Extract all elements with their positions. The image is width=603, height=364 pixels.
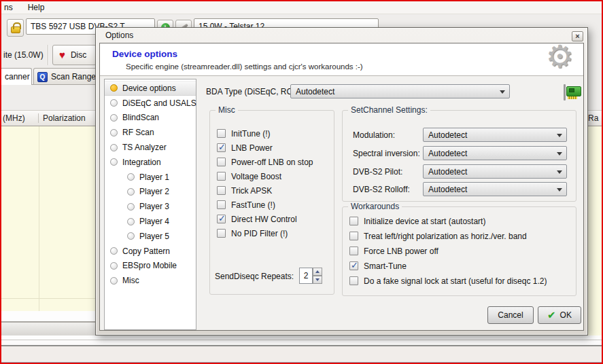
nav-label: TS Analyzer [122, 143, 167, 152]
nav-label: Copy Pattern [122, 247, 170, 256]
nav-item-ebspro-mobile[interactable]: EBSpro Mobile [105, 259, 196, 274]
frequency-table-body[interactable] [1, 126, 95, 311]
nav-item-blindscan[interactable]: BlindScan [105, 111, 196, 126]
checkbox[interactable] [349, 276, 358, 285]
nav-label: Player 1 [139, 172, 169, 182]
spinner-down-icon[interactable] [313, 276, 322, 284]
satellite-label-partial: ite (15.0W) [3, 50, 44, 60]
nav-item-device-options[interactable]: Device options [105, 81, 196, 96]
nav-item-ts-analyzer[interactable]: TS Analyzer [105, 140, 196, 155]
checkbox-row-trick-apsk[interactable]: Trick APSK [217, 185, 272, 196]
nav-item-player-1[interactable]: Player 1 [105, 170, 196, 185]
nav-item-player-5[interactable]: Player 5 [105, 229, 196, 244]
checkbox-label: Voltage Boost [231, 172, 281, 181]
checkbox-row-power-off-lnb[interactable]: Power-off LNB on stop [217, 157, 313, 167]
radio-icon [110, 129, 118, 136]
checkbox[interactable] [217, 172, 226, 181]
dvbs2-rolloff-combobox[interactable]: Autodetect [423, 182, 567, 196]
statusbar-bottom-line [1, 362, 602, 363]
dvbs2-pilot-combobox[interactable]: Autodetect [423, 164, 567, 179]
column-header-mhz[interactable]: (MHz) [1, 113, 39, 123]
checkbox-label: LNB Power [231, 143, 273, 153]
nav-item-misc[interactable]: Misc [105, 273, 196, 288]
checkbox-row-initialize-at-start[interactable]: Initialize device at start (autostart) [349, 216, 485, 226]
tab-scanner[interactable]: canner [0, 68, 32, 85]
cancel-button[interactable]: Cancel [487, 306, 534, 324]
checkbox-row-treat-polarization[interactable]: Treat left/right polarization as horiz./… [349, 231, 527, 241]
spinner-up-icon[interactable] [313, 268, 322, 276]
tab-scan-ranges-label: Scan Ranges [51, 72, 100, 81]
spectral-inversion-combobox[interactable]: Autodetect [423, 146, 567, 160]
checkbox[interactable] [217, 186, 226, 195]
checkbox[interactable] [217, 143, 226, 152]
table-header-left[interactable]: (MHz) Polarization [1, 110, 95, 126]
column-header-polarization[interactable]: Polarization [39, 113, 86, 123]
modulation-combobox[interactable]: Autodetect [423, 128, 567, 142]
checkbox-label: Force LNB power off [364, 247, 438, 256]
workarounds-groupbox: Workarounds Initialize device at start (… [342, 206, 576, 296]
lock-button[interactable] [7, 19, 24, 37]
checkbox-row-force-lnb-off[interactable]: Force LNB power off [349, 246, 438, 256]
checkbox[interactable] [217, 200, 226, 209]
nav-label: Integration [122, 158, 161, 167]
radio-icon [127, 232, 135, 240]
padlock-icon [11, 26, 20, 33]
screenshot-root: ns Help TBS 5927 USB DVB-S2 T + 15.0W - … [0, 0, 603, 364]
nav-item-diseqc-usals[interactable]: DiSEqC and USALS [105, 96, 196, 111]
checkbox-row-smart-tune[interactable]: Smart-Tune [349, 261, 407, 271]
chevron-down-icon [500, 90, 505, 94]
combobox-value: Autodetect [428, 185, 467, 194]
checkbox[interactable] [217, 158, 226, 166]
cancel-button-label: Cancel [498, 310, 523, 320]
checkbox-row-direct-hw-control[interactable]: Direct HW Control [217, 214, 297, 224]
menu-item-partial[interactable]: ns [4, 3, 13, 12]
menu-item-help[interactable]: Help [28, 3, 45, 12]
nav-item-player-2[interactable]: Player 2 [105, 185, 196, 200]
dialog-content: Device options Specific engine (streamre… [99, 43, 584, 331]
bda-type-value: Autodetect [296, 87, 334, 96]
chevron-down-icon [557, 152, 562, 156]
combobox-value: Autodetect [428, 167, 467, 177]
checkbox-row-lnb-power[interactable]: LNB Power [217, 143, 273, 153]
checkbox[interactable] [217, 215, 226, 223]
checkbox-label: Direct HW Control [231, 215, 297, 224]
checkbox-row-fake-signal-lock[interactable]: Do a fake signal lock at start (useful f… [349, 276, 547, 286]
spectral-inversion-label: Spectral inversion: [353, 149, 420, 158]
nav-label: Player 4 [139, 217, 169, 226]
send-diseqc-stepper[interactable] [313, 268, 322, 284]
nav-label: EBSpro Mobile [122, 261, 177, 270]
checkbox-row-fasttune[interactable]: FastTune (!) [217, 200, 275, 210]
checkbox-row-voltage-boost[interactable]: Voltage Boost [217, 171, 281, 181]
nav-item-player-3[interactable]: Player 3 [105, 199, 196, 214]
checkbox[interactable] [217, 129, 226, 138]
checkbox[interactable] [349, 217, 358, 225]
table-gridline [1, 298, 95, 299]
toolbar-separator [48, 45, 49, 65]
checkbox-row-inittune[interactable]: InitTune (!) [217, 128, 271, 139]
nav-item-player-4[interactable]: Player 4 [105, 214, 196, 229]
favorites-button-label: Disc [71, 50, 86, 60]
bda-type-combobox[interactable]: Autodetect [290, 84, 510, 98]
checkbox[interactable] [349, 232, 358, 240]
nav-item-rf-scan[interactable]: RF Scan [105, 125, 196, 140]
radio-icon [110, 277, 118, 285]
nav-item-copy-pattern[interactable]: Copy Pattern [105, 244, 196, 259]
checkbox[interactable] [349, 247, 358, 255]
bda-type-label: BDA Type (DiSEqC, RC ..): [206, 87, 305, 96]
setchannel-groupbox: SetChannel Settings: Modulation: Autodet… [342, 110, 576, 202]
favorites-button[interactable]: ♥ Disc [52, 45, 97, 65]
send-diseqc-input[interactable]: 2 [299, 268, 313, 284]
column-header-rate-partial[interactable]: Ra [588, 113, 598, 123]
nav-item-integration[interactable]: Integration [105, 155, 196, 170]
radio-icon [110, 84, 118, 92]
checkbox-row-no-pid-filter[interactable]: No PID Filter (!) [217, 228, 288, 238]
checkbox-label: FastTune (!) [231, 200, 275, 210]
tab-scanner-label: canner [5, 72, 30, 81]
magnifier-icon: Q [37, 72, 48, 82]
dialog-title: Options [105, 31, 133, 40]
radio-icon [127, 203, 135, 211]
checkbox[interactable] [217, 229, 226, 238]
ok-button[interactable]: ✔ OK [538, 306, 581, 324]
checkbox[interactable] [349, 261, 358, 270]
pci-card-icon [562, 83, 584, 103]
